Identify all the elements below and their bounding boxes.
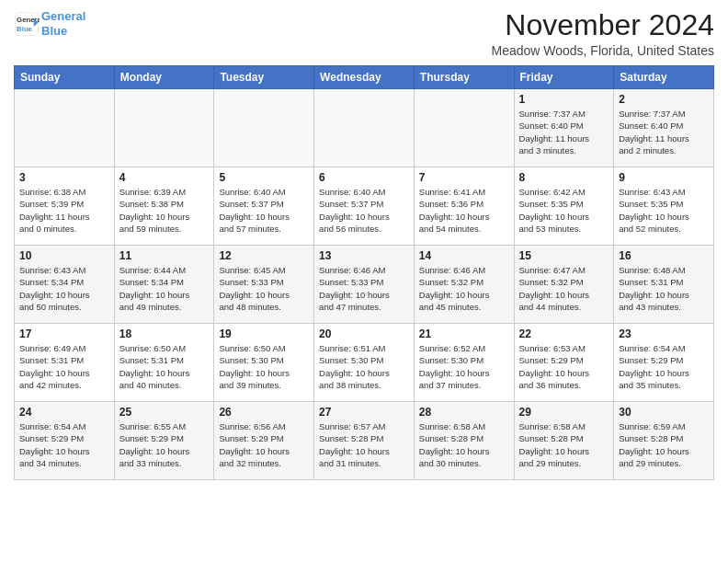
calendar-cell: 11Sunrise: 6:44 AM Sunset: 5:34 PM Dayli… xyxy=(114,246,214,324)
logo: General Blue GeneralBlue xyxy=(14,9,85,38)
day-number: 23 xyxy=(619,327,709,340)
day-number: 30 xyxy=(619,406,709,419)
calendar-cell: 4Sunrise: 6:39 AM Sunset: 5:38 PM Daylig… xyxy=(114,167,214,246)
weekday-header-row: SundayMondayTuesdayWednesdayThursdayFrid… xyxy=(15,66,714,89)
day-info: Sunrise: 6:50 AM Sunset: 5:30 PM Dayligh… xyxy=(219,342,309,391)
calendar-cell xyxy=(414,89,514,167)
day-info: Sunrise: 7:37 AM Sunset: 6:40 PM Dayligh… xyxy=(519,108,609,156)
logo-icon: General Blue xyxy=(14,11,40,37)
day-number: 17 xyxy=(19,327,109,340)
day-number: 29 xyxy=(519,406,609,419)
title-block: November 2024 Meadow Woods, Florida, Uni… xyxy=(491,9,714,58)
page-header: General Blue GeneralBlue November 2024 M… xyxy=(14,9,714,58)
day-number: 19 xyxy=(219,327,309,340)
day-info: Sunrise: 7:37 AM Sunset: 6:40 PM Dayligh… xyxy=(619,108,709,156)
calendar-cell: 1Sunrise: 7:37 AM Sunset: 6:40 PM Daylig… xyxy=(514,89,614,167)
day-number: 18 xyxy=(119,327,210,340)
calendar-cell xyxy=(114,89,214,167)
calendar-cell: 13Sunrise: 6:46 AM Sunset: 5:33 PM Dayli… xyxy=(314,246,415,324)
day-info: Sunrise: 6:57 AM Sunset: 5:28 PM Dayligh… xyxy=(319,420,409,469)
day-number: 5 xyxy=(219,171,309,184)
day-info: Sunrise: 6:40 AM Sunset: 5:37 PM Dayligh… xyxy=(219,186,309,235)
calendar-cell: 12Sunrise: 6:45 AM Sunset: 5:33 PM Dayli… xyxy=(214,246,314,324)
day-number: 25 xyxy=(119,406,210,419)
day-info: Sunrise: 6:54 AM Sunset: 5:29 PM Dayligh… xyxy=(619,342,709,391)
day-info: Sunrise: 6:50 AM Sunset: 5:31 PM Dayligh… xyxy=(119,342,210,391)
svg-text:Blue: Blue xyxy=(17,24,33,32)
day-info: Sunrise: 6:58 AM Sunset: 5:28 PM Dayligh… xyxy=(519,420,609,469)
day-number: 22 xyxy=(519,327,609,340)
weekday-header-cell: Thursday xyxy=(414,66,514,89)
day-info: Sunrise: 6:45 AM Sunset: 5:33 PM Dayligh… xyxy=(219,264,309,313)
calendar-cell: 30Sunrise: 6:59 AM Sunset: 5:28 PM Dayli… xyxy=(614,402,714,480)
day-info: Sunrise: 6:46 AM Sunset: 5:32 PM Dayligh… xyxy=(419,264,509,313)
day-number: 15 xyxy=(519,249,609,262)
day-number: 13 xyxy=(319,249,409,262)
day-number: 12 xyxy=(219,249,309,262)
logo-text: GeneralBlue xyxy=(41,9,85,38)
day-info: Sunrise: 6:46 AM Sunset: 5:33 PM Dayligh… xyxy=(319,264,409,313)
calendar-cell xyxy=(15,89,115,167)
day-info: Sunrise: 6:42 AM Sunset: 5:35 PM Dayligh… xyxy=(519,186,609,235)
calendar-cell: 29Sunrise: 6:58 AM Sunset: 5:28 PM Dayli… xyxy=(514,402,614,480)
calendar-week-row: 3Sunrise: 6:38 AM Sunset: 5:39 PM Daylig… xyxy=(15,167,714,246)
calendar-cell xyxy=(314,89,415,167)
calendar-cell: 25Sunrise: 6:55 AM Sunset: 5:29 PM Dayli… xyxy=(114,402,214,480)
day-number: 20 xyxy=(319,327,409,340)
calendar-cell: 22Sunrise: 6:53 AM Sunset: 5:29 PM Dayli… xyxy=(514,324,614,402)
day-info: Sunrise: 6:53 AM Sunset: 5:29 PM Dayligh… xyxy=(519,342,609,391)
calendar-cell: 16Sunrise: 6:48 AM Sunset: 5:31 PM Dayli… xyxy=(614,246,714,324)
weekday-header-cell: Sunday xyxy=(15,66,115,89)
calendar-cell: 3Sunrise: 6:38 AM Sunset: 5:39 PM Daylig… xyxy=(15,167,115,246)
weekday-header-cell: Monday xyxy=(114,66,214,89)
day-info: Sunrise: 6:38 AM Sunset: 5:39 PM Dayligh… xyxy=(19,186,109,235)
calendar-cell: 19Sunrise: 6:50 AM Sunset: 5:30 PM Dayli… xyxy=(214,324,314,402)
calendar-cell: 28Sunrise: 6:58 AM Sunset: 5:28 PM Dayli… xyxy=(414,402,514,480)
calendar-cell: 6Sunrise: 6:40 AM Sunset: 5:37 PM Daylig… xyxy=(314,167,415,246)
calendar-week-row: 1Sunrise: 7:37 AM Sunset: 6:40 PM Daylig… xyxy=(15,89,714,167)
calendar-week-row: 10Sunrise: 6:43 AM Sunset: 5:34 PM Dayli… xyxy=(15,246,714,324)
day-number: 28 xyxy=(419,406,509,419)
day-info: Sunrise: 6:48 AM Sunset: 5:31 PM Dayligh… xyxy=(619,264,709,313)
day-info: Sunrise: 6:51 AM Sunset: 5:30 PM Dayligh… xyxy=(319,342,409,391)
day-info: Sunrise: 6:40 AM Sunset: 5:37 PM Dayligh… xyxy=(319,186,409,235)
calendar-body: 1Sunrise: 7:37 AM Sunset: 6:40 PM Daylig… xyxy=(15,89,714,480)
calendar-cell: 14Sunrise: 6:46 AM Sunset: 5:32 PM Dayli… xyxy=(414,246,514,324)
calendar-cell: 10Sunrise: 6:43 AM Sunset: 5:34 PM Dayli… xyxy=(15,246,115,324)
day-number: 14 xyxy=(419,249,509,262)
day-number: 8 xyxy=(519,171,609,184)
calendar-cell: 27Sunrise: 6:57 AM Sunset: 5:28 PM Dayli… xyxy=(314,402,415,480)
day-number: 24 xyxy=(19,406,109,419)
day-number: 21 xyxy=(419,327,509,340)
day-info: Sunrise: 6:49 AM Sunset: 5:31 PM Dayligh… xyxy=(19,342,109,391)
day-info: Sunrise: 6:44 AM Sunset: 5:34 PM Dayligh… xyxy=(119,264,210,313)
day-number: 4 xyxy=(119,171,210,184)
day-number: 26 xyxy=(219,406,309,419)
calendar-cell: 21Sunrise: 6:52 AM Sunset: 5:30 PM Dayli… xyxy=(414,324,514,402)
calendar-cell: 9Sunrise: 6:43 AM Sunset: 5:35 PM Daylig… xyxy=(614,167,714,246)
calendar-cell: 24Sunrise: 6:54 AM Sunset: 5:29 PM Dayli… xyxy=(15,402,115,480)
day-number: 16 xyxy=(619,249,709,262)
calendar-cell: 26Sunrise: 6:56 AM Sunset: 5:29 PM Dayli… xyxy=(214,402,314,480)
calendar-cell: 23Sunrise: 6:54 AM Sunset: 5:29 PM Dayli… xyxy=(614,324,714,402)
day-info: Sunrise: 6:55 AM Sunset: 5:29 PM Dayligh… xyxy=(119,420,210,469)
weekday-header-cell: Tuesday xyxy=(214,66,314,89)
day-info: Sunrise: 6:43 AM Sunset: 5:34 PM Dayligh… xyxy=(19,264,109,313)
calendar-cell: 20Sunrise: 6:51 AM Sunset: 5:30 PM Dayli… xyxy=(314,324,415,402)
day-number: 10 xyxy=(19,249,109,262)
calendar-table: SundayMondayTuesdayWednesdayThursdayFrid… xyxy=(14,65,714,480)
day-info: Sunrise: 6:59 AM Sunset: 5:28 PM Dayligh… xyxy=(619,420,709,469)
calendar-cell: 15Sunrise: 6:47 AM Sunset: 5:32 PM Dayli… xyxy=(514,246,614,324)
weekday-header-cell: Saturday xyxy=(614,66,714,89)
location: Meadow Woods, Florida, United States xyxy=(491,43,714,58)
day-info: Sunrise: 6:52 AM Sunset: 5:30 PM Dayligh… xyxy=(419,342,509,391)
calendar-cell: 7Sunrise: 6:41 AM Sunset: 5:36 PM Daylig… xyxy=(414,167,514,246)
weekday-header-cell: Friday xyxy=(514,66,614,89)
day-number: 1 xyxy=(519,93,609,106)
day-info: Sunrise: 6:39 AM Sunset: 5:38 PM Dayligh… xyxy=(119,186,210,235)
day-number: 7 xyxy=(419,171,509,184)
day-number: 9 xyxy=(619,171,709,184)
day-info: Sunrise: 6:43 AM Sunset: 5:35 PM Dayligh… xyxy=(619,186,709,235)
day-number: 11 xyxy=(119,249,210,262)
day-info: Sunrise: 6:58 AM Sunset: 5:28 PM Dayligh… xyxy=(419,420,509,469)
